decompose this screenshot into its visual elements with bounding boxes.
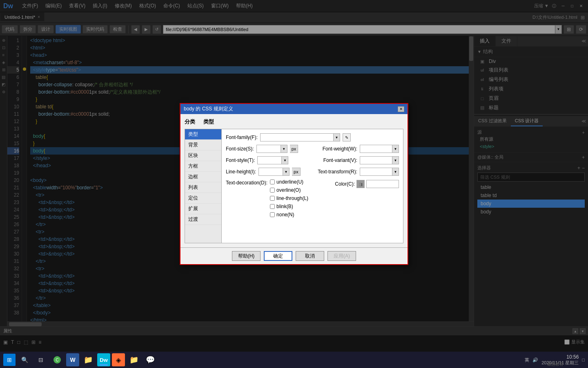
dialog-categories: 类型 背景 区块 方框 边框 列表 定位 扩展 过渡 (185, 129, 222, 243)
dialog-footer: 帮助(H) 确定 取消 应用(A) (180, 247, 408, 264)
font-family-wrapper: ▼ (260, 133, 340, 141)
css-rule-dialog: body 的 CSS 规则定义 ✕ 分类 类型 类型 背景 区块 方框 (180, 103, 408, 265)
category-header: 分类 (185, 118, 195, 126)
blink-checkbox[interactable] (270, 204, 275, 209)
taskbar-word-icon[interactable]: W (66, 353, 79, 366)
font-variant-label: Font-variant(V): (323, 157, 357, 163)
taskbar-browser-icon[interactable]: C (50, 352, 65, 367)
font-size-arrow[interactable]: ▼ (281, 145, 287, 153)
text-decoration-checkboxes: underline(U) overline(O) line-through(L) (270, 179, 308, 219)
help-button[interactable]: 帮助(H) (232, 251, 261, 261)
cat-block[interactable]: 区块 (185, 150, 221, 161)
line-height-label: Line-height(I): (226, 169, 256, 175)
text-decoration-label: Text-decoration(D): (226, 179, 267, 186)
font-style-label: Font-style(T): (226, 157, 255, 163)
font-weight-arrow[interactable]: ▼ (392, 145, 399, 153)
taskbar-folder2-icon[interactable]: 📁 (127, 352, 141, 367)
apply-button[interactable]: 应用(A) (327, 251, 356, 261)
dialog-close-button[interactable]: ✕ (398, 106, 404, 112)
font-size-select[interactable] (256, 145, 281, 153)
color-picker-icon: ◨ (359, 182, 363, 186)
font-style-row: Font-style(T): ▼ Font-variant(V): ▼ (226, 156, 399, 164)
taskbar: ⊞ 🔍 ⊟ C W 📁 Dw ◈ 📁 💬 英 🔊 10:56 2020/11/1… (0, 352, 588, 368)
text-transform-select[interactable] (360, 168, 392, 176)
type-header: 类型 (203, 118, 214, 126)
cat-positioning[interactable]: 定位 (185, 193, 221, 204)
font-size-row: Font-size(S): ▼ px Font-weight(W): ▼ (226, 145, 399, 153)
cat-border[interactable]: 边框 (185, 172, 221, 182)
color-swatch-button[interactable]: ◨ (356, 180, 365, 188)
ok-button[interactable]: 确定 (264, 251, 292, 261)
font-family-label: Font-family(F): (226, 135, 258, 140)
taskbar-volume-icon: 🔊 (532, 357, 538, 363)
dialog-body: 分类 类型 类型 背景 区块 方框 边框 列表 定位 扩展 过渡 (180, 114, 408, 247)
text-transform-label: Text-transform(R): (318, 169, 357, 175)
font-variant-wrapper: ▼ (360, 156, 399, 164)
overline-label[interactable]: overline(O) (270, 187, 308, 193)
taskbar-lang: 英 (525, 357, 529, 363)
color-area: Color(C): ◨ (335, 179, 399, 188)
font-variant-select[interactable] (360, 156, 392, 164)
cat-type[interactable]: 类型 (185, 129, 221, 140)
blink-label[interactable]: blink(B) (270, 204, 308, 209)
color-label: Color(C): (335, 181, 355, 187)
taskbar-explorer-icon[interactable]: 📁 (81, 352, 96, 367)
taskbar-wechat-icon[interactable]: 💬 (143, 352, 158, 367)
none-checkbox[interactable] (270, 212, 275, 217)
dialog-type-panel: Font-family(F): ▼ ✎ Font-size(S): (222, 129, 403, 243)
line-height-unit: px (292, 168, 301, 176)
taskbar-clock: 10:56 2020/11/11 星期三 (541, 354, 579, 366)
font-size-wrapper: ▼ (256, 145, 287, 153)
font-variant-arrow[interactable]: ▼ (392, 156, 399, 164)
font-style-select[interactable] (257, 156, 282, 164)
cat-list[interactable]: 列表 (185, 182, 221, 193)
font-family-select[interactable] (260, 133, 334, 141)
none-label[interactable]: none(N) (270, 212, 308, 218)
font-weight-label: Font-weight(W): (323, 146, 357, 152)
overline-checkbox[interactable] (270, 188, 275, 193)
text-transform-arrow[interactable]: ▼ (392, 168, 399, 176)
color-input[interactable] (366, 180, 399, 188)
underline-label[interactable]: underline(U) (270, 179, 308, 185)
line-height-row: Line-height(I): ▼ px Text-transform(R): … (226, 168, 399, 176)
font-weight-wrapper: ▼ (360, 145, 399, 153)
font-style-wrapper: ▼ (257, 156, 288, 164)
line-through-label[interactable]: line-through(L) (270, 195, 308, 201)
modal-overlay: body 的 CSS 规则定义 ✕ 分类 类型 类型 背景 区块 方框 (0, 0, 588, 368)
cat-background[interactable]: 背景 (185, 140, 221, 150)
dialog-header-row: 分类 类型 (185, 118, 403, 126)
line-height-select[interactable] (258, 168, 283, 176)
underline-checkbox[interactable] (270, 180, 275, 184)
text-decoration-row: Text-decoration(D): underline(U) overlin… (226, 179, 399, 219)
taskbar-dw-icon[interactable]: Dw (97, 353, 110, 366)
taskbar-task-icon[interactable]: ⊟ (33, 352, 48, 367)
color-row: Color(C): ◨ (335, 180, 399, 188)
cat-transition[interactable]: 过渡 (185, 214, 221, 225)
text-transform-wrapper: ▼ (360, 168, 399, 176)
taskbar-ds-icon[interactable]: ◈ (112, 353, 125, 366)
font-weight-select[interactable] (360, 145, 392, 153)
taskbar-right: 英 🔊 10:56 2020/11/11 星期三 □ (525, 354, 585, 366)
dialog-content: 类型 背景 区块 方框 边框 列表 定位 扩展 过渡 Font (185, 129, 403, 243)
font-style-arrow[interactable]: ▼ (282, 156, 288, 164)
cat-box[interactable]: 方框 (185, 161, 221, 172)
cancel-button[interactable]: 取消 (296, 251, 324, 261)
font-size-label: Font-size(S): (226, 146, 254, 152)
line-through-checkbox[interactable] (270, 196, 275, 201)
taskbar-search-icon[interactable]: 🔍 (17, 352, 32, 367)
font-family-arrow[interactable]: ▼ (334, 133, 340, 141)
line-height-wrapper: ▼ (258, 168, 290, 176)
dialog-title: body 的 CSS 规则定义 (184, 105, 233, 112)
font-size-unit: px (290, 145, 298, 153)
svg-text:C: C (56, 358, 58, 362)
font-family-row: Font-family(F): ▼ ✎ (226, 133, 399, 141)
start-button[interactable]: ⊞ (3, 354, 16, 366)
taskbar-notification-icon[interactable]: □ (582, 357, 585, 362)
dialog-titlebar: body 的 CSS 规则定义 ✕ (180, 104, 408, 114)
line-height-arrow[interactable]: ▼ (283, 168, 290, 176)
font-family-edit-button[interactable]: ✎ (343, 133, 351, 141)
cat-extensions[interactable]: 扩展 (185, 204, 221, 214)
